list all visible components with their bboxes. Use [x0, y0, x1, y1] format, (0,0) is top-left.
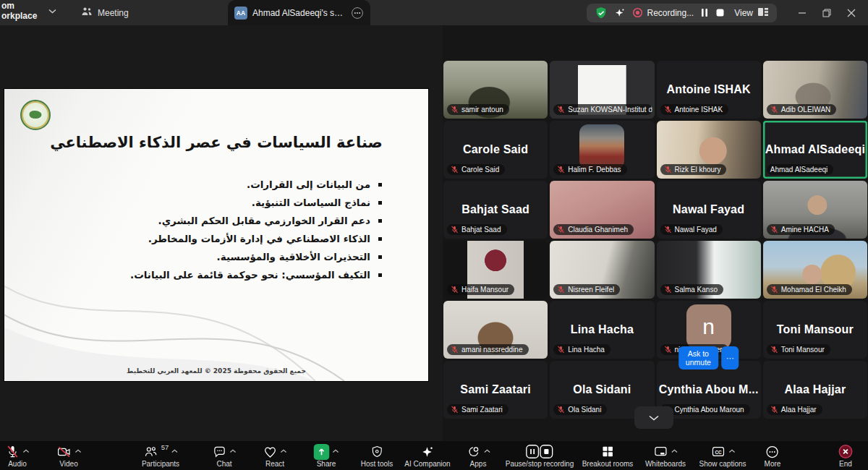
participant-tile-claudia-ghanimeh[interactable]: Claudia Ghanimeh [550, 181, 654, 239]
toolbar-video-button[interactable]: Video [56, 444, 82, 468]
toolbar-apps-label: Apps [470, 460, 487, 468]
participant-label-text: Suzan KOWSAN-Institut d... [568, 106, 652, 114]
chevron-up-icon[interactable] [484, 449, 490, 453]
chevron-up-icon[interactable] [230, 449, 237, 453]
restore-button[interactable] [814, 0, 839, 25]
presentation-slide: صناعة السياسات في عصر الذكاء الاصطناعي م… [4, 89, 428, 381]
recording-dot-icon [632, 7, 643, 18]
mic-muted-icon [557, 166, 565, 174]
toolbar-participants-label: Participants [142, 460, 179, 468]
shield-icon [370, 445, 384, 459]
toolbar-pause-stop-recording-button[interactable]: Pause/stop recording [506, 444, 574, 468]
participant-tile-sami-zaatari[interactable]: Sami ZaatariSami Zaatari [443, 361, 548, 419]
chevron-up-icon[interactable] [281, 449, 287, 453]
participant-tile-nisreen-fleifel[interactable]: Nisreen Fleifel [550, 241, 654, 299]
participant-label-text: Toni Mansour [781, 346, 825, 354]
zoom-meeting-window: om orkplace Meeting AA Ahmad AlSadeeqi's… [0, 0, 868, 470]
toolbar-chat-button[interactable]: Chat [213, 444, 237, 468]
mic-muted-icon [770, 406, 778, 414]
toolbar-host-tools-button[interactable]: Host tools [361, 444, 393, 468]
chevron-up-icon[interactable] [23, 449, 30, 453]
toolbar-show-captions-button[interactable]: CCShow captions [699, 444, 746, 468]
chevron-up-icon[interactable] [728, 449, 735, 453]
toolbar-show-captions-label: Show captions [699, 460, 746, 468]
toolbar-participants-button[interactable]: 57Participants [142, 444, 179, 468]
ask-to-unmute-button[interactable]: Ask to unmute [678, 346, 718, 369]
tab-options-icon[interactable] [351, 7, 364, 20]
participant-name-text: Lina Hacha [571, 323, 634, 336]
participant-tile-adib-oleiwan[interactable]: Adib OLEIWAN [763, 61, 867, 119]
participant-tile-samir-antoun[interactable]: samir antoun [443, 61, 548, 119]
toolbar-share-button[interactable]: Share [314, 444, 339, 468]
participant-tile-ahmad-alsadeeqi[interactable]: Ahmad AlSadeeqiAhmad AlSadeeqi [763, 121, 867, 179]
tab-meeting[interactable]: Meeting [74, 0, 136, 25]
pause-recording-button[interactable] [700, 8, 709, 17]
participant-avatar-photo [579, 124, 624, 169]
chat-icon [213, 445, 227, 459]
toolbar-breakout-rooms-button[interactable]: Breakout rooms [582, 444, 634, 468]
mic-muted-icon [557, 406, 565, 414]
participant-tile-mohamad-el-cheikh[interactable]: Mohamad El Cheikh [763, 241, 867, 299]
toolbar-apps-button[interactable]: Apps [466, 444, 490, 468]
chevron-up-icon[interactable] [333, 449, 339, 453]
meeting-status-pill: Recording... View [587, 4, 778, 22]
participant-tile-haifa-mansour[interactable]: Haifa Mansour [443, 241, 548, 299]
view-button-label: View [734, 8, 753, 18]
participant-tile-amani-nassreddine[interactable]: amani nassreddine [443, 301, 548, 359]
mic-muted-icon [451, 346, 459, 354]
toolbar-more-button[interactable]: More [765, 444, 781, 468]
participant-tile-rizk-el-khoury[interactable]: Rizk El khoury [657, 121, 761, 179]
chevron-up-icon[interactable] [671, 449, 678, 453]
participant-count-badge: 57 [161, 443, 169, 451]
toolbar-react-button[interactable]: React [263, 444, 287, 468]
view-button[interactable]: View [734, 7, 769, 19]
participant-tile-antoine-ishak[interactable]: Antoine ISHAKAntoine ISHAK [657, 61, 761, 119]
participant-label-text: Haifa Mansour [461, 286, 509, 294]
participant-label: Ola Sidani [553, 404, 607, 415]
participant-label: amani nassreddine [447, 344, 529, 355]
participant-tile-lina-hacha[interactable]: Lina HachaLina Hacha [550, 301, 654, 359]
participant-label-text: Cynthia Abou Maroun [675, 406, 744, 414]
chevron-up-icon[interactable] [75, 449, 82, 453]
participant-tile-nidal-boudaher[interactable]: nnidal boudaherAsk to unmute⋯ [657, 301, 761, 359]
heart-icon [263, 445, 278, 459]
more-options-button[interactable]: ⋯ [721, 346, 739, 369]
participant-label: Sami Zaatari [447, 404, 509, 415]
participant-tile-bahjat-saad[interactable]: Bahjat SaadBahjat Saad [443, 181, 548, 239]
grid-icon [601, 445, 615, 458]
participant-tile-salma-kanso[interactable]: Salma Kanso [657, 241, 761, 299]
participant-tile-suzan-kowsan[interactable]: Suzan KOWSAN-Institut d... [550, 61, 654, 119]
chevron-down-icon[interactable] [48, 9, 56, 14]
participant-tile-nawal-fayad[interactable]: Nawal FayadNawal Fayad [657, 181, 761, 239]
participant-tile-halim-debbas[interactable]: Halim F. Debbas [550, 121, 654, 179]
chevron-up-icon[interactable] [171, 449, 178, 453]
participant-label-text: Halim F. Debbas [568, 166, 621, 174]
participant-label-text: Antoine ISHAK [675, 106, 723, 114]
participant-label-text: Carole Said [461, 166, 499, 174]
security-shield-icon[interactable] [595, 7, 608, 20]
participant-tile-alaa-hajjar[interactable]: Alaa HajjarAlaa Hajjar [763, 361, 867, 419]
participant-tile-amine-hacha[interactable]: Amine HACHA [763, 181, 867, 239]
recording-status-label: Recording... [647, 8, 694, 18]
participant-label: Nisreen Fleifel [553, 284, 620, 295]
ellipsis-icon [765, 445, 780, 459]
shared-screen-area: صناعة السياسات في عصر الذكاء الاصطناعي م… [0, 25, 443, 441]
minimize-button[interactable] [790, 0, 814, 25]
toolbar-audio-button[interactable]: Audio [6, 444, 30, 468]
participant-label-text: Amine HACHA [781, 226, 829, 234]
tab-shared-screen[interactable]: AA Ahmad AlSadeeqi's screen [228, 0, 370, 25]
meeting-stage: صناعة السياسات في عصر الذكاء الاصطناعي م… [0, 25, 868, 441]
close-button[interactable] [839, 0, 864, 25]
toolbar-more-label: More [765, 460, 781, 468]
toolbar-end-button[interactable]: End [838, 444, 854, 468]
toolbar-whiteboards-button[interactable]: Whiteboards [645, 444, 686, 468]
participant-tile-toni-mansour[interactable]: Toni MansourToni Mansour [763, 301, 867, 359]
participant-tile-carole-said[interactable]: Carole SaidCarole Said [443, 121, 548, 179]
ai-sparkle-icon[interactable] [614, 7, 626, 19]
gallery-scroll-down-button[interactable] [634, 406, 673, 429]
toolbar-end-label: End [839, 460, 852, 468]
stop-recording-button[interactable] [715, 8, 725, 17]
participant-label-text: Nawal Fayad [675, 226, 717, 234]
title-bar: om orkplace Meeting AA Ahmad AlSadeeqi's… [0, 0, 868, 25]
toolbar-ai-companion-button[interactable]: AI Companion [404, 444, 450, 468]
